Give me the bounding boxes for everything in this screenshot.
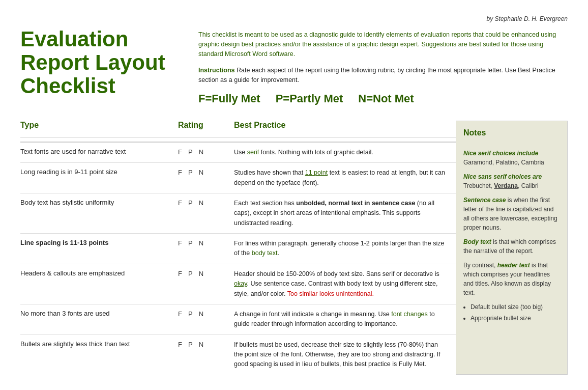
rubric-fully-met: F=Fully Met (198, 92, 260, 105)
row5-f[interactable]: F (178, 270, 182, 277)
notes-bullet-1: Default bullet size (too big) (471, 302, 560, 312)
notes-header: Notes (463, 128, 560, 145)
row3-rating: F P N (178, 199, 234, 207)
row7-p[interactable]: P (188, 341, 193, 348)
byline: by Stephanie D. H. Evergreen (20, 15, 568, 22)
main-table: Type Rating Best Practice Text fonts are… (20, 121, 568, 375)
row5-p[interactable]: P (188, 270, 193, 277)
rubric-legend: F=Fully Met P=Partly Met N=Not Met (198, 92, 568, 105)
instructions-text: Instructions Rate each aspect of the rep… (198, 66, 568, 85)
header-rating: Rating (178, 121, 234, 137)
header-type: Type (20, 121, 178, 137)
row2-rating: F P N (178, 168, 234, 176)
notes-bullets-list: Default bullet size (too big) Appropriat… (471, 302, 560, 323)
notes-sentence-case: Sentence case is when the first letter o… (463, 196, 560, 232)
row1-p[interactable]: P (188, 148, 193, 156)
notes-bullet-2: Appropriate bullet size (471, 314, 560, 323)
row1-practice: Use serif fonts. Nothing with lots of gr… (234, 148, 456, 157)
row7-n[interactable]: N (199, 341, 203, 348)
notes-sans-serif: Nice sans serif choices are Trebuchet, V… (463, 172, 560, 190)
rubric-not-met: N=Not Met (358, 92, 414, 105)
title-block: EvaluationReport LayoutChecklist (20, 27, 183, 105)
row4-f[interactable]: F (178, 239, 182, 247)
row5-n[interactable]: N (199, 270, 203, 277)
notes-content: Nice serif choices include Garamond, Pal… (463, 149, 560, 323)
notes-body-text: Body text is that which comprises the na… (463, 237, 560, 256)
page-title: EvaluationReport LayoutChecklist (20, 27, 183, 98)
row4-n[interactable]: N (199, 239, 203, 247)
row3-type: Body text has stylistic uniformity (20, 199, 178, 206)
row1-rating: F P N (178, 148, 234, 156)
row2-f[interactable]: F (178, 169, 182, 176)
table-row: No more than 3 fonts are used F P N A ch… (20, 304, 456, 335)
row4-rating: F P N (178, 239, 234, 247)
row3-practice: Each text section has unbolded, normal t… (234, 199, 456, 228)
row5-practice: Header should be 150-200% of body text s… (234, 269, 456, 299)
row6-type: No more than 3 fonts are used (20, 310, 178, 317)
row7-type: Bullets are slightly less thick than tex… (20, 340, 178, 348)
table-row: Headers & callouts are emphasized F P N … (20, 264, 456, 304)
rubric-partly-met: P=Partly Met (276, 92, 343, 105)
row6-f[interactable]: F (178, 310, 182, 318)
row2-practice: Studies have shown that 11 point text is… (234, 168, 456, 188)
notes-column: Notes Nice serif choices include Garamon… (456, 121, 568, 375)
row7-practice: If bullets must be used, decrease their … (234, 340, 456, 370)
row4-practice: For lines within paragraph, generally ch… (234, 239, 456, 259)
row1-f[interactable]: F (178, 148, 182, 156)
table-row: Long reading is in 9-11 point size F P N… (20, 163, 456, 193)
row1-n[interactable]: N (199, 148, 203, 156)
row3-p[interactable]: P (188, 199, 193, 207)
description-block: This checklist is meant to be used as a … (198, 27, 568, 105)
row4-p[interactable]: P (188, 239, 193, 247)
instructions-label: Instructions (198, 67, 235, 74)
row6-practice: A change in font will indicate a change … (234, 310, 456, 329)
row1-type: Text fonts are used for narrative text (20, 148, 178, 155)
row6-n[interactable]: N (199, 310, 203, 318)
row5-rating: F P N (178, 269, 234, 277)
table-row: Line spacing is 11-13 points F P N For l… (20, 234, 456, 264)
row6-p[interactable]: P (188, 310, 193, 318)
notes-serif: Nice serif choices include Garamond, Pal… (463, 149, 560, 167)
table-header-row: Type Rating Best Practice (20, 121, 456, 143)
notes-header-text: By contrast, header text is that which c… (463, 261, 560, 297)
row4-type: Line spacing is 11-13 points (20, 239, 178, 246)
table-row: Text fonts are used for narrative text F… (20, 143, 456, 163)
row2-p[interactable]: P (188, 169, 193, 176)
row5-type: Headers & callouts are emphasized (20, 269, 178, 277)
row3-n[interactable]: N (199, 199, 203, 207)
header-best-practice: Best Practice (234, 121, 456, 137)
row7-f[interactable]: F (178, 341, 182, 348)
row7-rating: F P N (178, 340, 234, 348)
table-row: Bullets are slightly less thick than tex… (20, 335, 456, 375)
table-row: Body text has stylistic uniformity F P N… (20, 193, 456, 234)
row3-f[interactable]: F (178, 199, 182, 207)
intro-text: This checklist is meant to be used as a … (198, 30, 568, 59)
row2-n[interactable]: N (199, 169, 203, 176)
row2-type: Long reading is in 9-11 point size (20, 168, 178, 176)
row6-rating: F P N (178, 310, 234, 318)
